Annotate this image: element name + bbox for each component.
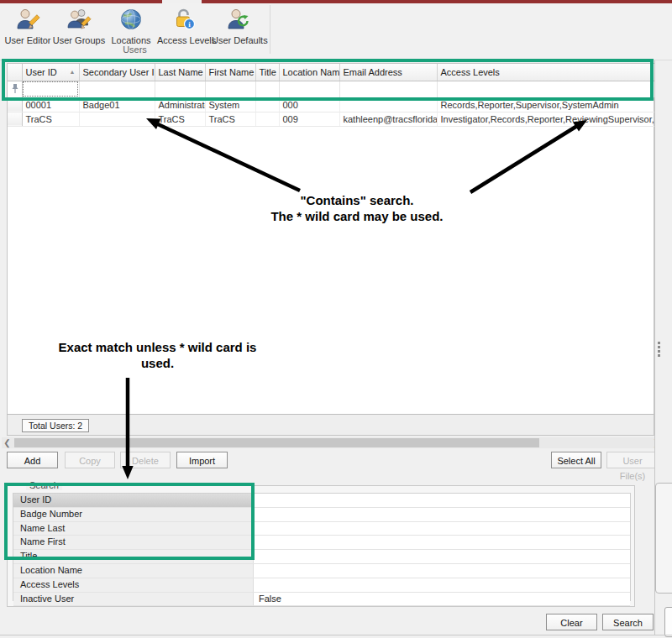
- search-field-row-name-last[interactable]: Name Last: [13, 522, 630, 536]
- search-field-row-name-first[interactable]: Name First: [13, 536, 630, 550]
- cell-title[interactable]: [255, 112, 279, 126]
- search-field-label: Inactive User: [13, 593, 254, 606]
- cell-last-name[interactable]: Administrator: [155, 97, 205, 112]
- search-field-value[interactable]: [254, 494, 630, 507]
- column-header-access-levels[interactable]: Access Levels: [437, 64, 655, 81]
- search-field-label: Access Levels: [13, 578, 254, 592]
- row-indicator: [8, 112, 22, 126]
- user-groups-icon: [66, 7, 92, 32]
- search-fields-grid: User IDBadge NumberName LastName FirstTi…: [13, 493, 631, 601]
- cell-access-levels[interactable]: Investigator,Records,Reporter,ReviewingS…: [437, 112, 655, 126]
- user-row-1[interactable]: 00001Badge01AdministratorSystem000Record…: [8, 97, 655, 112]
- exact-match-note: Exact match unless * wild card is used.: [13, 339, 302, 371]
- grid-footer: Total Users: 2: [7, 414, 654, 436]
- cell-secondary-user-id[interactable]: Badge01: [79, 97, 155, 112]
- users-grid-table: User ID▲Secondary User IDLast NameFirst …: [8, 64, 656, 127]
- toolbar-button-user-groups[interactable]: User Groups: [52, 7, 106, 47]
- delete-button[interactable]: Delete: [120, 452, 171, 468]
- search-field-value[interactable]: [254, 578, 630, 592]
- user-editor-icon: [15, 7, 40, 32]
- cell-title[interactable]: [255, 97, 279, 112]
- toolbar-button-locations[interactable]: Locations: [104, 7, 158, 47]
- search-field-row-location-name[interactable]: Location Name: [13, 564, 630, 578]
- cell-access-levels[interactable]: Records,Reporter,Supervisor,SystemAdmin: [437, 97, 655, 112]
- search-field-value[interactable]: [254, 522, 630, 536]
- search-field-label: Name Last: [13, 522, 254, 536]
- search-field-row-inactive-user[interactable]: Inactive UserFalse: [13, 593, 630, 607]
- search-field-row-access-levels[interactable]: Access Levels: [13, 578, 630, 593]
- exact-note-line1: Exact match unless * wild card is: [13, 339, 302, 355]
- search-field-value[interactable]: [254, 550, 630, 563]
- filter-cell-first-name[interactable]: [205, 81, 255, 97]
- contains-note-line2: The * wild card may be used.: [189, 208, 525, 224]
- collapsed-button-edge: [664, 607, 672, 637]
- search-field-value[interactable]: False: [254, 593, 630, 606]
- user-row-2[interactable]: TraCSTraCSTraCS009kathleenp@tracsflorida…: [8, 112, 655, 126]
- search-field-label: Badge Number: [13, 508, 254, 521]
- cell-location-name[interactable]: 000: [279, 97, 339, 112]
- horizontal-scrollbar[interactable]: ❮ ❯: [2, 437, 662, 448]
- column-header-secondary-user-id[interactable]: Secondary User ID: [79, 64, 155, 81]
- add-button[interactable]: Add: [7, 452, 58, 468]
- filter-cell-user-id[interactable]: [22, 81, 79, 97]
- contains-search-note: "Contains" search. The * wild card may b…: [189, 192, 525, 224]
- sort-ascending-icon: ▲: [70, 69, 76, 75]
- access-levels-icon: i: [171, 7, 197, 32]
- column-header-user-id[interactable]: User ID▲: [22, 64, 79, 81]
- cell-first-name[interactable]: System: [205, 97, 255, 112]
- column-header-first-name[interactable]: First Name: [205, 64, 255, 81]
- search-field-value[interactable]: [254, 564, 630, 578]
- filter-cell-access-levels[interactable]: [437, 81, 655, 97]
- locations-icon: [118, 7, 144, 32]
- cell-first-name[interactable]: TraCS: [205, 112, 255, 126]
- cell-user-id[interactable]: TraCS: [22, 112, 79, 126]
- filter-cell-email-address[interactable]: [339, 81, 437, 97]
- cell-location-name[interactable]: 009: [279, 112, 339, 126]
- search-field-value[interactable]: [254, 508, 630, 521]
- splitter-grip-icon[interactable]: [658, 340, 660, 358]
- user-files-button[interactable]: User File(s): [606, 452, 659, 468]
- window-bottom-border: [0, 635, 672, 635]
- exact-note-line2: used.: [13, 355, 302, 371]
- search-button[interactable]: Search: [602, 614, 654, 630]
- column-header-title[interactable]: Title: [255, 64, 279, 81]
- cell-last-name[interactable]: TraCS: [155, 112, 205, 126]
- scroll-left-arrow-icon[interactable]: ❮: [2, 437, 13, 448]
- copy-button[interactable]: Copy: [65, 452, 115, 468]
- toolbar-button-user-defaults[interactable]: User Defaults: [212, 7, 265, 47]
- total-users-badge: Total Users: 2: [22, 419, 89, 432]
- cell-secondary-user-id[interactable]: [79, 112, 155, 126]
- cell-user-id[interactable]: 00001: [22, 97, 79, 112]
- column-header-email-address[interactable]: Email Address: [339, 64, 437, 81]
- toolbar-button-access-levels[interactable]: i Access Levels: [157, 7, 211, 47]
- cell-email-address[interactable]: kathleenp@tracsflorida.org: [339, 112, 437, 126]
- search-field-row-title[interactable]: Title: [13, 550, 630, 564]
- users-grid[interactable]: User ID▲Secondary User IDLast NameFirst …: [7, 63, 654, 435]
- search-field-label: Title: [13, 550, 254, 563]
- clear-button[interactable]: Clear: [546, 614, 597, 630]
- filter-cell-location-name[interactable]: [279, 81, 339, 97]
- filter-cell-secondary-user-id[interactable]: [79, 81, 155, 97]
- search-field-label: Name First: [13, 536, 254, 549]
- search-field-row-badge-number[interactable]: Badge Number: [13, 508, 630, 522]
- search-field-label: User ID: [13, 494, 254, 507]
- search-field-label: Location Name: [13, 564, 254, 578]
- toolbar-button-user-editor[interactable]: User Editor: [1, 7, 55, 47]
- user-editor-window: User Editor User Groups Location: [0, 0, 672, 638]
- search-panel: Search User IDBadge NumberName LastName …: [7, 485, 635, 607]
- row-indicator: [8, 97, 22, 112]
- filter-row-pin-icon: [11, 83, 19, 94]
- user-defaults-icon: [226, 7, 251, 32]
- column-header-location-name[interactable]: Location Name: [279, 64, 339, 81]
- search-field-value[interactable]: [254, 536, 630, 549]
- select-all-button[interactable]: Select All: [551, 452, 601, 468]
- filter-cell-title[interactable]: [255, 81, 279, 97]
- filter-cell-last-name[interactable]: [155, 81, 205, 97]
- cell-email-address[interactable]: [339, 97, 437, 112]
- scrollbar-thumb[interactable]: [14, 438, 539, 447]
- import-button[interactable]: Import: [176, 452, 228, 468]
- right-splitter-strip[interactable]: [654, 60, 672, 635]
- search-field-row-user-id[interactable]: User ID: [13, 494, 630, 508]
- column-header-last-name[interactable]: Last Name: [155, 64, 205, 81]
- ribbon-group-caption: Users: [0, 44, 270, 55]
